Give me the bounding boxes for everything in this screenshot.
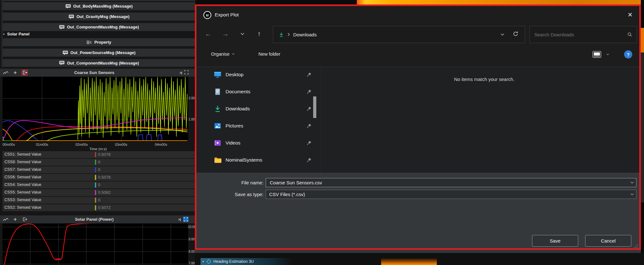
css-plot-title: Coarse Sun Sensors: [0, 70, 189, 75]
export-plot-icon-highlighted[interactable]: [22, 70, 28, 76]
refresh-icon[interactable]: [513, 31, 518, 38]
cancel-button[interactable]: Cancel: [585, 235, 631, 247]
sidebar-item-videos[interactable]: Videos: [199, 135, 319, 151]
message-icon: [65, 4, 71, 9]
heading-estimation-row[interactable]: ▾ Heading Estimation 3U: [201, 258, 293, 265]
chevron-down-icon: [232, 53, 235, 55]
pin-icon[interactable]: [307, 72, 312, 77]
sidebar-item-label: Desktop: [226, 72, 244, 77]
legend-row[interactable]: CSS6: Sensed Value0.5078: [3, 174, 195, 181]
sidebar-scrollbar-thumb[interactable]: [313, 96, 316, 118]
solar-panel-power-chart[interactable]: [3, 224, 188, 265]
expand-plot-icon[interactable]: [184, 70, 189, 75]
export-plot-icon[interactable]: [22, 216, 28, 222]
new-folder-button[interactable]: New folder: [258, 52, 280, 57]
address-dropdown-chevron[interactable]: [500, 32, 505, 37]
screen: Out_BodyMassMsg (Message) Out_GravityMsg…: [0, 0, 644, 265]
series-yellow-line: [3, 128, 187, 141]
chevron-down-icon[interactable]: [628, 182, 636, 184]
recent-locations-chevron[interactable]: [237, 28, 248, 40]
chevron-down-icon[interactable]: [628, 193, 636, 195]
pin-icon[interactable]: [307, 106, 312, 111]
legend-color-bar: [95, 182, 96, 188]
help-button[interactable]: ?: [624, 50, 632, 59]
legend-row[interactable]: CSS4: Sensed Value0: [3, 182, 195, 188]
heading-estimation-label: Heading Estimation 3U: [214, 259, 254, 264]
dialog-titlebar[interactable]: u Export Plot ×: [196, 6, 639, 24]
property-pin-row[interactable]: Property: [3, 38, 195, 46]
search-box[interactable]: [529, 26, 637, 43]
forward-button[interactable]: →: [220, 28, 231, 40]
message-pin-label: Out_ComponentMassMsg (Message): [67, 61, 139, 65]
skip-to-end-icon[interactable]: >|: [178, 218, 181, 221]
legend-label: CSS2: Sensed Value: [4, 205, 41, 210]
view-mode-chevron[interactable]: [606, 53, 609, 55]
legend-color-bar: [95, 160, 96, 165]
folder-icon: [214, 156, 221, 164]
pin-icon[interactable]: [307, 140, 312, 145]
save-as-type-value: CSV Files (*.csv): [269, 192, 628, 197]
file-name-combobox[interactable]: [266, 178, 636, 187]
message-pin-row[interactable]: Out_ComponentMassMsg (Message): [3, 59, 195, 67]
legend-label: CSS4: Sensed Value: [4, 182, 41, 187]
message-pin-row[interactable]: Out_ComponentMassMsg (Message): [3, 23, 195, 31]
legend-value: 0: [98, 198, 100, 202]
breadcrumb-chevron-icon: [288, 33, 290, 36]
legend-label: CSS3: Sensed Value: [4, 198, 41, 202]
solar-y-tick: 7.00: [189, 261, 195, 265]
pin-icon[interactable]: [307, 123, 312, 128]
coarse-sun-sensors-chart[interactable]: [3, 77, 188, 142]
pin-icon[interactable]: [307, 157, 312, 163]
legend-row[interactable]: CSS3: Sensed Value0: [3, 197, 195, 204]
sidebar-item-nominalsystems[interactable]: NominalSystems: [199, 152, 319, 168]
search-icon[interactable]: [627, 32, 632, 37]
legend-color-bar: [95, 152, 96, 157]
add-plot-icon[interactable]: +: [12, 216, 18, 222]
viewport-horizon-strip: [357, 0, 641, 4]
legend-row[interactable]: CSS1: Sensed Value0.5076: [3, 151, 195, 158]
organise-menu-button[interactable]: Organise: [211, 52, 235, 57]
legend-row[interactable]: CSS7: Sensed Value0: [3, 166, 195, 173]
pin-icon[interactable]: [307, 89, 312, 94]
legend-value: 0: [98, 160, 100, 164]
breadcrumb-location[interactable]: Downloads: [293, 32, 317, 37]
back-button[interactable]: ←: [202, 28, 214, 40]
series-chartreuse-smooth-line: [3, 130, 187, 141]
legend-value: 0: [98, 182, 100, 187]
viewport-orange-glow: [381, 258, 437, 265]
solar-panel-section-header[interactable]: ▾ Solar Panel: [3, 31, 193, 37]
message-pin-row[interactable]: Out_BodyMassMsg (Message): [3, 2, 195, 10]
message-pin-row[interactable]: Out_PowerSourceMsg (Message): [3, 48, 195, 57]
save-button[interactable]: Save: [532, 235, 578, 247]
sidebar-item-desktop[interactable]: Desktop: [199, 67, 319, 83]
node-border-line: [2, 0, 2, 67]
up-button[interactable]: ↑: [253, 28, 265, 40]
pictures-icon: [214, 122, 221, 130]
save-as-type-select[interactable]: CSV Files (*.csv): [266, 190, 636, 199]
css-plot-header: Coarse Sun Sensors + >|: [0, 68, 195, 77]
solar-plot-title: Solar Panel (Power): [0, 217, 189, 222]
message-pin-row[interactable]: Out_GravityMsg (Message): [3, 12, 195, 21]
sidebar-item-label: Pictures: [226, 123, 243, 129]
sidebar-item-documents[interactable]: Documents: [199, 84, 319, 100]
expand-plot-icon-active[interactable]: [183, 217, 189, 222]
skip-to-end-icon[interactable]: >|: [179, 71, 182, 75]
search-input[interactable]: [530, 32, 627, 37]
close-icon[interactable]: ×: [625, 9, 635, 20]
new-folder-label: New folder: [258, 52, 280, 57]
view-mode-button[interactable]: [592, 51, 601, 58]
resize-grip[interactable]: [634, 244, 638, 248]
file-name-input[interactable]: [269, 180, 628, 186]
legend-row[interactable]: CSS2: Sensed Value0.5072: [3, 204, 195, 211]
message-pin-label: Out_PowerSourceMsg (Message): [71, 50, 136, 55]
sidebar-item-downloads[interactable]: Downloads: [199, 101, 319, 117]
message-icon: [59, 25, 65, 29]
legend-color-bar: [95, 198, 96, 203]
legend-row[interactable]: CSS5: Sensed Value0.5082: [3, 189, 195, 196]
plot-lines-icon[interactable]: [3, 70, 9, 76]
address-bar[interactable]: Downloads: [273, 26, 525, 43]
legend-row[interactable]: CSS8: Sensed Value0: [3, 159, 195, 166]
sidebar-item-pictures[interactable]: Pictures: [199, 118, 319, 134]
add-plot-icon[interactable]: +: [12, 70, 18, 76]
plot-lines-icon[interactable]: [3, 216, 9, 222]
